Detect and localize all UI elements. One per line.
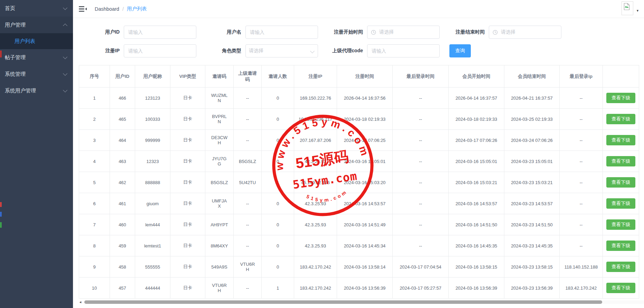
filter-input-register-ip[interactable] xyxy=(124,45,196,57)
page-content: 用户ID用户名注册开始时间请选择注册结束时间请选择 注册IP角色类型请选择上级代… xyxy=(73,18,644,308)
table-row: 6461giuom日卡UMFJAX--042.3.25.932024-03-16… xyxy=(79,193,639,214)
view-subordinates-button[interactable]: 查看下级 xyxy=(606,156,635,166)
table-cell: -- xyxy=(393,130,449,151)
placeholder-text: 请选择 xyxy=(379,29,394,35)
table-row: 2465100333日卡BVPRLN--0104.251.236.2172024… xyxy=(79,109,639,130)
table-cell: 42.3.25.93 xyxy=(294,193,337,214)
sidebar-item-home[interactable]: 首页 xyxy=(0,0,73,17)
table-cell: 465 xyxy=(110,109,135,130)
sidebar-item-user-list[interactable]: 用户列表 xyxy=(0,33,73,49)
table-cell: 日卡 xyxy=(170,109,205,130)
table-cell: 0 xyxy=(262,88,294,109)
main-area: Dashboard / 用户列表 ▼ 用户ID用户名注册开始时间请选择注册结束时… xyxy=(73,0,644,308)
table-cell: BVPRLN xyxy=(205,109,234,130)
table-cell: 2026-04-14 16:37:57 xyxy=(449,88,504,109)
filter-label: 用户ID xyxy=(79,29,124,35)
scrollbar-thumb[interactable] xyxy=(84,300,602,304)
search-button[interactable]: 查询 xyxy=(449,44,471,57)
table-cell: 12323 xyxy=(135,151,170,172)
filter-label: 角色类型 xyxy=(200,48,245,54)
chevron-down-icon xyxy=(63,71,67,76)
caret-down-icon[interactable]: ▼ xyxy=(636,9,639,12)
table-cell: 118.140.152.188 xyxy=(560,256,603,278)
filter-datetime-register-start-time[interactable]: 请选择 xyxy=(367,26,440,39)
column-header: 会员开始时间 xyxy=(449,65,504,88)
filter-field-register-ip: 注册IP xyxy=(79,44,200,57)
column-header: 上级邀请码 xyxy=(234,65,262,88)
table-cell: 2024-03-23 13:58:15 xyxy=(504,256,560,278)
table-cell: 2024-03-16 13:58:15 xyxy=(449,256,504,278)
view-subordinates-button[interactable]: 查看下级 xyxy=(606,241,635,251)
filter-row-1: 用户ID用户名注册开始时间请选择注册结束时间请选择 xyxy=(79,26,641,39)
view-subordinates-button[interactable]: 查看下级 xyxy=(606,114,635,124)
sidebar-item-user-management[interactable]: 用户管理 xyxy=(0,17,73,33)
sidebar-submenu: 用户列表 xyxy=(0,33,73,49)
filter-datetime-register-end-time[interactable]: 请选择 xyxy=(489,26,561,39)
view-subordinates-button[interactable]: 查看下级 xyxy=(606,198,635,209)
column-header: 序号 xyxy=(79,65,110,88)
sidebar-item-system-user-management[interactable]: 系统用户管理 xyxy=(0,82,73,99)
table-cell-action: 查看下级 xyxy=(603,256,639,278)
table-cell: 555555 xyxy=(135,256,170,278)
filter-input-user-id[interactable] xyxy=(124,26,196,38)
filter-input-parent-agent-code[interactable] xyxy=(367,45,439,57)
chevron-down-icon xyxy=(63,88,67,92)
sidebar-item-system-management[interactable]: 系统管理 xyxy=(0,66,73,82)
view-subordinates-button[interactable]: 查看下级 xyxy=(606,283,635,293)
table-cell: B5GSLZ xyxy=(205,172,234,193)
filter-input-wrap xyxy=(124,44,196,57)
table-cell: 2024-03-17 07:04:54 xyxy=(393,256,449,278)
scroll-left-arrow-icon[interactable]: ◄ xyxy=(79,300,84,304)
filter-select-role-type[interactable]: 请选择 xyxy=(245,44,318,57)
table-cell: 462 xyxy=(110,172,135,193)
table-cell: 0 xyxy=(262,151,294,172)
table-cell: -- xyxy=(560,151,603,172)
user-table-card: 序号用户ID用户昵称VIP类型邀请码上级邀请码邀请人数注册IP注册时间最后登录时… xyxy=(79,65,641,299)
table-cell: JYU7GG xyxy=(205,151,234,172)
table-cell: 2024-03-18 02:19:33 xyxy=(449,109,504,130)
table-cell: -- xyxy=(234,88,262,109)
chevron-up-icon xyxy=(63,24,67,28)
filter-input-user-name[interactable] xyxy=(246,26,318,38)
sidebar-item-post-management[interactable]: 帖子管理 xyxy=(0,49,73,66)
avatar[interactable] xyxy=(622,1,633,15)
table-cell: 9 xyxy=(79,256,110,278)
table-cell: 8M64XY xyxy=(205,235,234,256)
breadcrumb-root[interactable]: Dashboard xyxy=(95,6,119,12)
sidebar-menu: 首页用户管理用户列表帖子管理系统管理系统用户管理 xyxy=(0,0,73,99)
table-cell: 0 xyxy=(262,130,294,151)
table-cell-action: 查看下级 xyxy=(603,172,639,193)
view-subordinates-button[interactable]: 查看下级 xyxy=(606,219,635,230)
table-cell: 2 xyxy=(79,109,110,130)
user-table: 序号用户ID用户昵称VIP类型邀请码上级邀请码邀请人数注册IP注册时间最后登录时… xyxy=(79,65,639,299)
table-cell: 0 xyxy=(262,256,294,278)
table-cell: -- xyxy=(234,130,262,151)
chevron-down-icon xyxy=(310,49,315,53)
column-header: 最后登录时间 xyxy=(393,65,449,88)
table-header-row: 序号用户ID用户昵称VIP类型邀请码上级邀请码邀请人数注册IP注册时间最后登录时… xyxy=(79,65,639,88)
table-row: 10457444444日卡VTU6RH--1183.42.170.2422024… xyxy=(79,278,639,299)
table-cell: -- xyxy=(560,88,603,109)
table-cell: giuom xyxy=(135,193,170,214)
table-cell: -- xyxy=(560,130,603,151)
menu-fold-icon[interactable] xyxy=(79,6,87,12)
view-subordinates-button[interactable]: 查看下级 xyxy=(606,93,635,103)
view-subordinates-button[interactable]: 查看下级 xyxy=(606,262,635,272)
filter-field-parent-agent-code: 上级代理code xyxy=(322,44,444,57)
view-subordinates-button[interactable]: 查看下级 xyxy=(606,177,635,188)
table-cell: 461 xyxy=(110,193,135,214)
table-cell: 2024-03-17 07:06:26 xyxy=(449,130,504,151)
column-header xyxy=(603,65,639,88)
table-cell: lem444 xyxy=(135,214,170,235)
app-root: 首页用户管理用户列表帖子管理系统管理系统用户管理 Dashboard / 用户列… xyxy=(0,0,644,308)
table-cell: 104.251.236.217 xyxy=(294,109,337,130)
table-cell: 0 xyxy=(262,235,294,256)
table-cell: 2024-03-25 02:19:33 xyxy=(504,109,560,130)
table-cell: 日卡 xyxy=(170,214,205,235)
scrollbar-track[interactable] xyxy=(84,300,644,304)
column-header: 邀请人数 xyxy=(262,65,294,88)
table-cell: 463 xyxy=(110,151,135,172)
table-cell: 5 xyxy=(79,172,110,193)
table-cell: 2024-03-23 14:51:50 xyxy=(504,214,560,235)
view-subordinates-button[interactable]: 查看下级 xyxy=(606,135,635,145)
